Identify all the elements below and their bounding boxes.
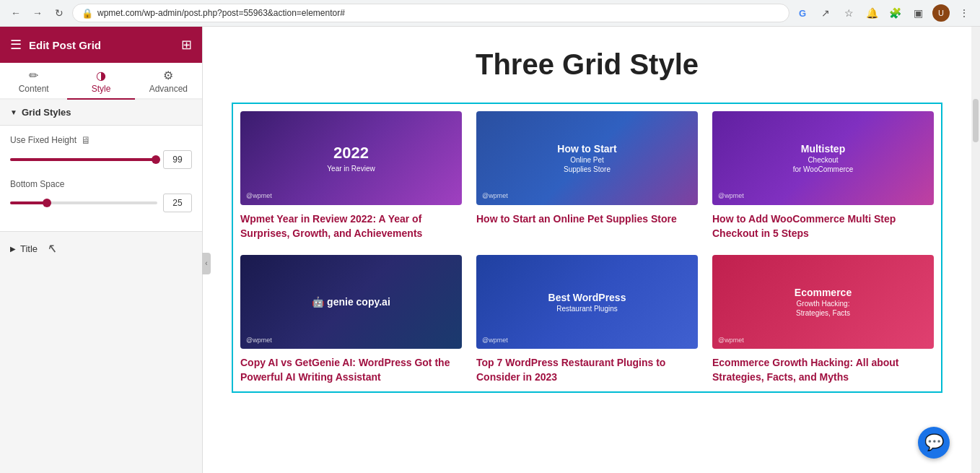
tabs: ✏ Content ◑ Style ⚙ Advanced <box>0 63 202 100</box>
bottom-space-slider-fill <box>10 201 47 204</box>
post-image-overlay-6: EcommerceGrowth Hacking:Strategies, Fact… <box>712 255 934 349</box>
page-wrapper: ← → ↻ 🔒 wpmet.com/wp-admin/post.php?post… <box>0 0 980 473</box>
post-title-3[interactable]: How to Add WooCommerce Multi Step Checko… <box>712 212 934 240</box>
grid-apps-icon[interactable]: ⊞ <box>181 37 192 53</box>
use-fixed-height-text: Use Fixed Height <box>10 135 76 145</box>
scrollbar-thumb[interactable] <box>973 99 979 142</box>
post-grid: 2022Year in Review@wpmetWpmet Year in Re… <box>232 103 942 393</box>
fixed-height-slider[interactable] <box>10 158 157 161</box>
notification-icon[interactable]: 🔔 <box>863 4 880 22</box>
grid-styles-arrow: ▼ <box>10 108 17 116</box>
post-image-overlay-3: MultistepCheckoutfor WooCommerce@wpmet <box>712 111 934 205</box>
post-image-6: EcommerceGrowth Hacking:Strategies, Fact… <box>712 255 934 349</box>
fab-button[interactable]: 💬 <box>918 427 950 459</box>
post-card-5: Best WordPressRestaurant Plugins@wpmetTo… <box>476 255 698 384</box>
post-card-3: MultistepCheckoutfor WooCommerce@wpmetHo… <box>712 111 934 240</box>
fixed-height-slider-fill <box>10 158 156 161</box>
main-content: Three Grid Style 2022Year in Review@wpme… <box>203 27 971 473</box>
post-card-2: How to StartOnline PetSupplies Store@wpm… <box>476 111 698 240</box>
bottom-space-slider[interactable] <box>10 201 157 204</box>
cursor-hint: ↖ <box>46 240 57 256</box>
page-heading: Three Grid Style <box>232 48 942 81</box>
bottom-space-slider-row: 25 <box>10 194 192 212</box>
fixed-height-slider-thumb[interactable] <box>152 155 160 164</box>
content-tab-icon: ✏ <box>29 69 38 82</box>
post-card-4: 🤖 genie copy.ai@wpmetCopy AI vs GetGenie… <box>240 255 462 384</box>
tab-advanced[interactable]: ⚙ Advanced <box>135 63 202 100</box>
refresh-button[interactable]: ↻ <box>51 4 68 22</box>
avatar[interactable]: U <box>932 4 950 22</box>
fixed-height-value[interactable]: 99 <box>163 150 192 169</box>
heading-normal-text: Grid Style <box>562 48 699 80</box>
advanced-tab-icon: ⚙ <box>163 69 173 82</box>
post-title-5[interactable]: Top 7 WordPress Restaurant Plugins to Co… <box>476 356 698 384</box>
collapse-handle[interactable]: ‹ <box>202 253 211 274</box>
post-title-1[interactable]: Wpmet Year in Review 2022: A Year of Sur… <box>240 212 462 240</box>
post-image-overlay-5: Best WordPressRestaurant Plugins@wpmet <box>476 255 698 349</box>
advanced-tab-label: Advanced <box>149 84 188 94</box>
post-image-4: 🤖 genie copy.ai@wpmet <box>240 255 462 349</box>
hamburger-icon[interactable]: ☰ <box>10 37 22 53</box>
sidebar-header: ☰ Edit Post Grid ⊞ <box>0 27 202 63</box>
back-button[interactable]: ← <box>7 4 25 22</box>
sidebar: ☰ Edit Post Grid ⊞ ✏ Content ◑ Style ⚙ A… <box>0 27 203 473</box>
use-fixed-height-label: Use Fixed Height 🖥 <box>10 134 192 146</box>
post-image-1: 2022Year in Review@wpmet <box>240 111 462 205</box>
share-icon[interactable]: ↗ <box>817 4 834 22</box>
post-image-2: How to StartOnline PetSupplies Store@wpm… <box>476 111 698 205</box>
title-section[interactable]: ▶ Title ↖ <box>0 232 202 265</box>
post-title-6[interactable]: Ecommerce Growth Hacking: All about Stra… <box>712 356 934 384</box>
grid-styles-label: Grid Styles <box>22 107 71 118</box>
bottom-space-text: Bottom Space <box>10 179 64 189</box>
forward-button[interactable]: → <box>29 4 46 22</box>
browser-chrome: ← → ↻ 🔒 wpmet.com/wp-admin/post.php?post… <box>0 0 980 27</box>
tab-style[interactable]: ◑ Style <box>67 63 134 100</box>
sidebar-title: Edit Post Grid <box>29 39 101 51</box>
style-tab-icon: ◑ <box>96 69 106 82</box>
post-title-2[interactable]: How to Start an Online Pet Supplies Stor… <box>476 212 698 227</box>
post-image-overlay-4: 🤖 genie copy.ai@wpmet <box>240 255 462 349</box>
post-image-overlay-1: 2022Year in Review@wpmet <box>240 111 462 205</box>
tab-content[interactable]: ✏ Content <box>0 63 67 100</box>
post-image-3: MultistepCheckoutfor WooCommerce@wpmet <box>712 111 934 205</box>
post-card-6: EcommerceGrowth Hacking:Strategies, Fact… <box>712 255 934 384</box>
scrollbar[interactable] <box>971 27 980 473</box>
fixed-height-slider-row: 99 <box>10 150 192 169</box>
bottom-space-row: Bottom Space 25 <box>10 179 192 212</box>
post-image-5: Best WordPressRestaurant Plugins@wpmet <box>476 255 698 349</box>
url-text: wpmet.com/wp-admin/post.php?post=55963&a… <box>97 8 345 18</box>
menu-icon[interactable]: ⋮ <box>955 4 973 22</box>
address-bar[interactable]: 🔒 wpmet.com/wp-admin/post.php?post=55963… <box>72 4 789 22</box>
controls-area: Use Fixed Height 🖥 99 Bottom Space <box>0 126 202 232</box>
bottom-space-label: Bottom Space <box>10 179 192 189</box>
bottom-space-value[interactable]: 25 <box>163 194 192 212</box>
post-image-overlay-2: How to StartOnline PetSupplies Store@wpm… <box>476 111 698 205</box>
monitor-icon: 🖥 <box>81 134 91 146</box>
heading-bold: Three <box>476 48 554 80</box>
use-fixed-height-row: Use Fixed Height 🖥 99 <box>10 134 192 169</box>
title-arrow: ▶ <box>10 245 16 253</box>
grid-styles-section[interactable]: ▼ Grid Styles <box>0 100 202 126</box>
content-area: ☰ Edit Post Grid ⊞ ✏ Content ◑ Style ⚙ A… <box>0 27 980 473</box>
style-tab-label: Style <box>92 84 111 94</box>
bookmark-icon[interactable]: ☆ <box>840 4 857 22</box>
content-tab-label: Content <box>19 84 49 94</box>
bottom-space-slider-thumb[interactable] <box>43 199 51 207</box>
window-icon[interactable]: ▣ <box>909 4 927 22</box>
post-title-4[interactable]: Copy AI vs GetGenie AI: WordPress Got th… <box>240 356 462 384</box>
sidebar-header-left: ☰ Edit Post Grid <box>10 37 101 53</box>
title-label: Title <box>20 243 38 254</box>
browser-icons: G ↗ ☆ 🔔 🧩 ▣ U ⋮ <box>794 4 973 22</box>
post-card-1: 2022Year in Review@wpmetWpmet Year in Re… <box>240 111 462 240</box>
extension-icon[interactable]: 🧩 <box>886 4 904 22</box>
google-icon[interactable]: G <box>794 4 811 22</box>
